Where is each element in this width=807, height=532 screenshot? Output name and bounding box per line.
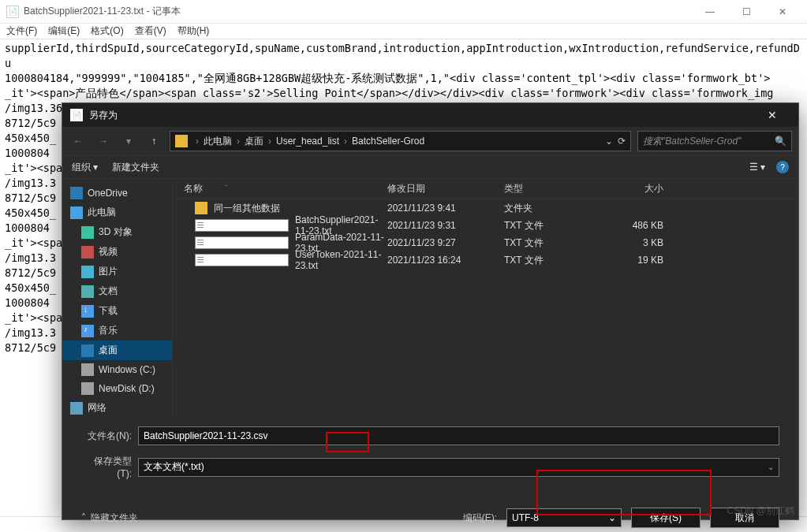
tree-item-video[interactable]: 视频 [62,242,172,262]
search-placeholder: 搜索"BatchSeller-Grod" [643,135,741,148]
tree-item-onedrive[interactable]: OneDrive [62,184,172,203]
folder-icon [175,135,188,147]
dialog-title-text: 另存为 [89,109,118,122]
address-bar[interactable]: › 此电脑 › 桌面 › User_head_list › BatchSelle… [170,131,631,151]
back-button[interactable]: ← [69,132,88,151]
file-row[interactable]: ParamData-2021-11-23.txt2021/11/23 9:27T… [173,234,798,251]
folder-tree[interactable]: OneDrive此电脑3D 对象视频图片文档下载音乐桌面Windows (C:)… [62,179,173,415]
txt-icon [195,219,289,232]
encoding-value: UTF-8 [512,512,539,523]
view-options-button[interactable]: ☰ ▾ [749,162,765,173]
col-date[interactable]: 修改日期 [387,182,504,195]
col-size[interactable]: 大小 [602,182,673,195]
file-columns[interactable]: 名称ˇ 修改日期 类型 大小 [173,179,798,199]
watermark: CSDN @别江鹤 [727,504,794,518]
drive-icon [81,363,94,376]
pic-icon [81,266,94,278]
dialog-icon: 📄 [70,109,83,121]
txt-icon [195,254,289,266]
file-row[interactable]: BatchSupplier2021-11-23.txt2021/11/23 9:… [173,217,798,234]
notepad-titlebar[interactable]: 📄 BatchSupplier2021-11-23.txt - 记事本 — ☐ … [0,0,807,24]
col-name[interactable]: 名称 [184,182,203,195]
filetype-value: 文本文档(*.txt) [144,460,204,474]
tree-item-drive[interactable]: Windows (C:) [62,360,172,379]
maximize-button[interactable]: ☐ [728,0,764,24]
refresh-icon[interactable]: ⟳ [618,136,626,147]
music-icon [81,325,94,337]
menu-format[interactable]: 格式(O) [91,24,123,38]
filename-input[interactable] [138,426,779,445]
tree-item-obj3d[interactable]: 3D 对象 [62,222,172,242]
filetype-select[interactable]: 文本文档(*.txt) ⌄ [138,458,779,477]
doc-icon [81,285,94,298]
dialog-navbar: ← → ▾ ↑ › 此电脑 › 桌面 › User_head_list › Ba… [62,127,798,155]
help-icon[interactable]: ? [776,161,789,173]
organize-button[interactable]: 组织 ▾ [72,161,98,174]
tree-item-music[interactable]: 音乐 [62,321,172,340]
close-button[interactable]: ✕ [764,0,801,24]
dialog-bottom: 文件名(N): 保存类型(T): 文本文档(*.txt) ⌄ [62,415,798,497]
tree-item-doc[interactable]: 文档 [62,281,172,301]
crumb-thispc[interactable]: 此电脑 [204,135,232,148]
col-type[interactable]: 类型 [504,182,602,195]
obj3d-icon [81,226,94,239]
onedrive-icon [70,187,83,199]
encoding-select[interactable]: UTF-8 ⌄ [506,508,622,527]
sort-arrow-icon: ˇ [225,184,227,193]
chevron-up-icon: ˄ [81,512,86,523]
dropdown-icon[interactable]: ⌄ [605,136,613,147]
pc-icon [70,206,83,219]
dialog-footer: ˄ 隐藏文件夹 编码(E): UTF-8 ⌄ 保存(S) 取消 [62,501,798,528]
tree-item-dl[interactable]: 下载 [62,301,172,321]
encoding-label: 编码(E): [463,512,497,525]
menu-view[interactable]: 查看(V) [135,24,166,38]
tree-item-drive[interactable]: NewDisk (D:) [62,379,172,398]
up-button[interactable]: ↑ [144,132,163,151]
dialog-titlebar[interactable]: 📄 另存为 ✕ [62,103,798,127]
net-icon [70,402,83,415]
search-icon[interactable]: 🔍 [775,136,786,147]
dialog-toolbar: 组织 ▾ 新建文件夹 ☰ ▾ ? [62,155,798,179]
tree-item-desktop[interactable]: 桌面 [62,340,172,360]
dialog-close-button[interactable]: ✕ [754,109,790,121]
save-as-dialog: 📄 另存为 ✕ ← → ▾ ↑ › 此电脑 › 桌面 › User_head_l… [62,102,799,520]
video-icon [81,246,94,259]
notepad-menubar: 文件(F) 编辑(E) 格式(O) 查看(V) 帮助(H) [0,24,807,39]
crumb-current[interactable]: BatchSeller-Grod [352,136,424,147]
chevron-down-icon: ⌄ [768,463,774,471]
tree-item-pic[interactable]: 图片 [62,262,172,281]
tree-item-net[interactable]: 网络 [62,398,172,415]
hide-folders-toggle[interactable]: ˄ 隐藏文件夹 [81,512,138,525]
menu-edit[interactable]: 编辑(E) [48,24,80,38]
notepad-icon: 📄 [6,6,19,18]
dialog-body: OneDrive此电脑3D 对象视频图片文档下载音乐桌面Windows (C:)… [62,179,798,415]
file-row[interactable]: UserToken-2021-11-23.txt2021/11/23 16:24… [173,251,798,269]
minimize-button[interactable]: — [692,0,728,24]
recent-button[interactable]: ▾ [119,132,138,151]
drive-icon [81,382,94,395]
dl-icon [81,305,94,318]
file-list: 名称ˇ 修改日期 类型 大小 同一组其他数据2021/11/23 9:41文件夹… [173,179,798,415]
chevron-down-icon: ⌄ [608,512,616,523]
filename-label: 文件名(N): [81,430,132,443]
crumb-userhead[interactable]: User_head_list [276,136,339,147]
filetype-label: 保存类型(T): [81,455,132,479]
desktop-icon [81,344,94,357]
search-input[interactable]: 搜索"BatchSeller-Grod" 🔍 [637,131,792,151]
notepad-title-text: BatchSupplier2021-11-23.txt - 记事本 [24,5,181,18]
forward-button[interactable]: → [94,132,113,151]
newfolder-button[interactable]: 新建文件夹 [112,161,159,174]
tree-item-pc[interactable]: 此电脑 [62,203,172,222]
save-button[interactable]: 保存(S) [631,508,701,528]
txt-icon [195,236,289,249]
menu-file[interactable]: 文件(F) [6,24,37,38]
crumb-desktop[interactable]: 桌面 [245,135,263,148]
folder-icon [195,202,207,214]
menu-help[interactable]: 帮助(H) [177,24,210,38]
